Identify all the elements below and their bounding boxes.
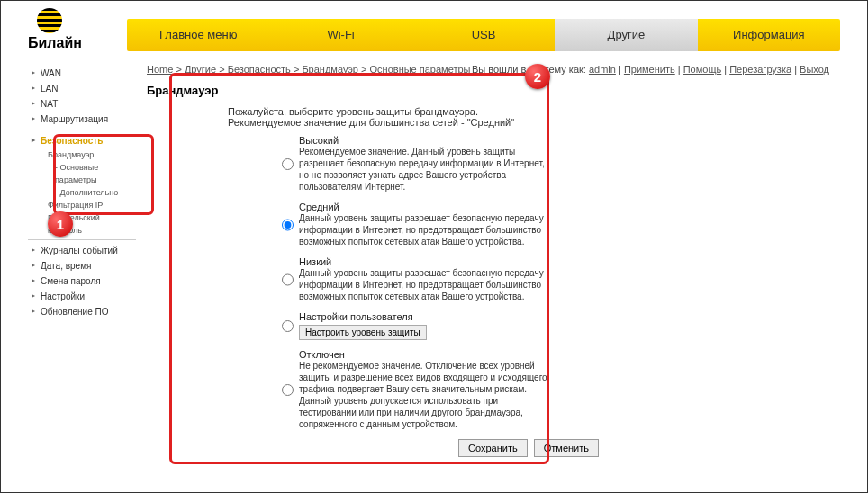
logo-icon: [37, 8, 62, 33]
option-label-0: Высокий: [299, 135, 552, 146]
top-nav: Главное меню Wi-Fi USB Другие Информация: [127, 19, 840, 51]
sidebar-item-logs[interactable]: Журналы событий: [28, 243, 136, 258]
sidebar-item-routing[interactable]: Маршрутизация: [28, 112, 136, 127]
link-user[interactable]: admin: [589, 64, 616, 75]
logo: Билайн: [28, 8, 127, 51]
sidebar-sub-firewall[interactable]: Брандмауэр: [28, 148, 136, 161]
crumb-security[interactable]: Безопасность: [228, 64, 291, 75]
sidebar: WAN LAN NAT Маршрутизация Безопасность Б…: [28, 57, 136, 471]
sidebar-sub-basic[interactable]: - Основные параметры: [28, 161, 136, 186]
sidebar-item-password[interactable]: Смена пароля: [28, 273, 136, 289]
intro-line1: Пожалуйста, выберите уровень защиты бран…: [228, 106, 516, 117]
link-apply[interactable]: Применить: [624, 64, 675, 75]
content: Home > Другие > Безопасность > Брандмауэ…: [136, 57, 840, 471]
radio-2[interactable]: [282, 257, 294, 302]
sidebar-item-firmware[interactable]: Обновление ПО: [28, 304, 136, 319]
nav-usb[interactable]: USB: [412, 19, 555, 51]
header-links: Вы вошли в систему как: admin | Применит…: [472, 64, 829, 75]
option-desc-4: Не рекомендуемое значение. Отключение вс…: [299, 360, 552, 430]
nav-wifi[interactable]: Wi-Fi: [269, 19, 411, 51]
sidebar-item-settings[interactable]: Настройки: [28, 289, 136, 304]
sidebar-sub-ipfilter[interactable]: Фильтрация IP: [28, 199, 136, 211]
link-help[interactable]: Помощь: [683, 64, 722, 75]
option-desc-0: Рекомендуемое значение. Данный уровень з…: [299, 146, 552, 193]
radio-4[interactable]: [282, 350, 294, 430]
nav-other[interactable]: Другие: [555, 19, 697, 51]
crumb-firewall[interactable]: Брандмауэр: [302, 64, 358, 75]
radio-3[interactable]: [282, 312, 294, 340]
option-desc-2: Данный уровень защиты разрешает безопасн…: [299, 267, 552, 302]
sidebar-sub-parental[interactable]: Родительский контроль: [28, 211, 136, 237]
login-prefix: Вы вошли в систему как:: [472, 64, 589, 75]
sidebar-sub-advanced[interactable]: - Дополнительно: [28, 186, 136, 199]
firewall-options: ВысокийРекомендуемое значение. Данный ур…: [282, 135, 552, 430]
logo-text: Билайн: [28, 35, 82, 51]
sidebar-item-wan[interactable]: WAN: [28, 66, 136, 81]
option-label-3: Настройки пользователя: [299, 311, 552, 322]
save-button[interactable]: Сохранить: [458, 439, 528, 457]
cancel-button[interactable]: Отменить: [534, 439, 599, 457]
page-title: Брандмауэр: [147, 84, 829, 97]
option-label-4: Отключен: [299, 349, 552, 360]
crumb-other[interactable]: Другие: [185, 64, 216, 75]
option-label-2: Низкий: [299, 256, 552, 267]
option-desc-1: Данный уровень защиты разрешает безопасн…: [299, 212, 552, 247]
crumb-basic[interactable]: Основные параметры: [370, 64, 471, 75]
link-logout[interactable]: Выход: [800, 64, 829, 75]
sidebar-item-nat[interactable]: NAT: [28, 96, 136, 112]
sidebar-item-security[interactable]: Безопасность: [28, 133, 136, 148]
radio-1[interactable]: [282, 202, 294, 247]
nav-main[interactable]: Главное меню: [127, 19, 269, 51]
radio-0[interactable]: [282, 136, 294, 193]
nav-info[interactable]: Информация: [698, 19, 840, 51]
option-label-1: Средний: [299, 202, 552, 212]
link-reboot[interactable]: Перезагрузка: [729, 64, 791, 75]
sidebar-item-lan[interactable]: LAN: [28, 81, 136, 96]
sidebar-item-datetime[interactable]: Дата, время: [28, 258, 136, 273]
configure-level-button[interactable]: Настроить уровень защиты: [299, 325, 427, 340]
crumb-home[interactable]: Home: [147, 64, 173, 75]
intro-line2: Рекомендуемое значение для большинства с…: [228, 117, 516, 128]
